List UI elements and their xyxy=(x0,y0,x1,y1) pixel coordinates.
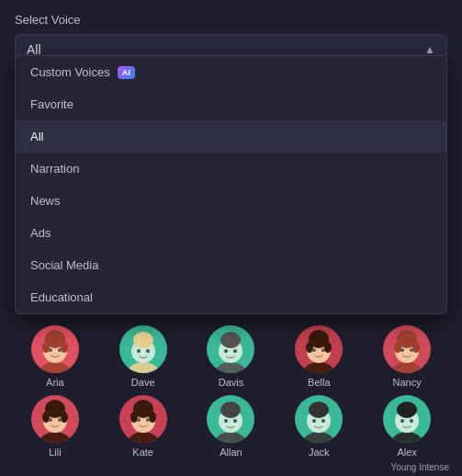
voice-grid: Aria Dave Davis Bella xyxy=(0,318,462,476)
svg-point-13 xyxy=(146,349,150,353)
voice-item-jack[interactable]: Jack xyxy=(286,395,352,458)
voice-item-nancy[interactable]: Nancy xyxy=(374,325,440,388)
svg-point-68 xyxy=(400,419,404,423)
dropdown-item-label: Social Media xyxy=(30,258,98,272)
svg-point-33 xyxy=(412,342,420,353)
dropdown-item-favorite[interactable]: Favorite xyxy=(16,88,446,120)
voice-row-1: Aria Dave Davis Bella xyxy=(11,325,451,388)
svg-point-32 xyxy=(394,342,401,353)
svg-point-55 xyxy=(220,402,241,418)
dropdown-item-all[interactable]: All xyxy=(16,120,446,153)
svg-point-48 xyxy=(130,412,138,423)
chevron-up-icon: ▲ xyxy=(424,43,435,56)
svg-point-42 xyxy=(49,418,52,422)
avatar-nancy xyxy=(383,325,431,373)
voice-item-lili[interactable]: Lili xyxy=(22,395,88,458)
voice-item-dave[interactable]: Dave xyxy=(110,325,176,388)
dropdown-item-label: News xyxy=(30,194,61,208)
dropdown-item-label: Narration xyxy=(30,162,79,176)
voice-name-allan: Allan xyxy=(220,447,242,458)
avatar-jack xyxy=(295,395,343,443)
svg-point-69 xyxy=(410,419,413,423)
svg-point-43 xyxy=(58,418,62,422)
svg-point-5 xyxy=(61,342,68,353)
svg-point-27 xyxy=(321,348,325,352)
dropdown-item-ads[interactable]: Ads xyxy=(16,217,446,249)
avatar-dave xyxy=(119,325,167,373)
svg-point-62 xyxy=(312,419,316,423)
avatar-aria xyxy=(31,325,79,373)
dropdown-item-label: Custom Voices xyxy=(30,65,110,79)
svg-point-50 xyxy=(137,418,141,422)
dropdown-item-label: Favorite xyxy=(30,97,73,111)
ai-badge: AI xyxy=(118,66,136,79)
svg-point-56 xyxy=(224,419,228,423)
voice-name-kate: Kate xyxy=(132,447,153,458)
voice-name-dave: Dave xyxy=(131,377,155,388)
svg-point-67 xyxy=(397,402,417,418)
voice-name-lili: Lili xyxy=(49,447,61,458)
voice-item-allan[interactable]: Allan xyxy=(197,395,264,458)
svg-point-61 xyxy=(309,402,329,418)
avatar-bella xyxy=(295,325,343,373)
dropdown-item-news[interactable]: News xyxy=(16,185,446,217)
avatar-alex xyxy=(383,395,431,443)
voice-row-2: Lili Kate Allan Jack xyxy=(11,395,451,458)
voice-item-bella[interactable]: Bella xyxy=(286,325,352,388)
dropdown-item-educational[interactable]: Educational xyxy=(16,281,446,313)
voice-item-kate[interactable]: Kate xyxy=(110,395,176,458)
svg-point-35 xyxy=(410,348,413,352)
avatar-allan xyxy=(207,395,254,443)
avatar-lili xyxy=(31,395,79,443)
svg-point-25 xyxy=(324,342,332,353)
svg-point-51 xyxy=(146,418,150,422)
svg-point-6 xyxy=(49,348,52,352)
dropdown-item-label: Educational xyxy=(30,290,93,304)
voice-name-alex: Alex xyxy=(397,447,416,458)
svg-point-7 xyxy=(58,348,62,352)
svg-point-4 xyxy=(42,342,50,353)
dropdown-item-label: All xyxy=(30,130,43,143)
voice-item-davis[interactable]: Davis xyxy=(197,325,264,388)
svg-point-11 xyxy=(133,332,153,348)
voice-item-alex[interactable]: Alex xyxy=(374,395,440,458)
svg-point-57 xyxy=(233,419,237,423)
voice-name-bella: Bella xyxy=(308,377,330,388)
svg-point-26 xyxy=(312,348,316,352)
svg-point-17 xyxy=(220,332,241,348)
svg-point-49 xyxy=(149,412,156,423)
voice-name-davis: Davis xyxy=(219,377,244,388)
voice-name-aria: Aria xyxy=(46,377,64,388)
svg-point-40 xyxy=(42,412,50,423)
voice-dropdown-menu: Custom VoicesAIFavoriteAllNarrationNewsA… xyxy=(15,55,447,314)
voice-name-nancy: Nancy xyxy=(392,377,421,388)
dropdown-item-narration[interactable]: Narration xyxy=(16,153,446,185)
page-container: Select Voice All ▲ Custom VoicesAIFavori… xyxy=(0,0,462,476)
dropdown-item-social-media[interactable]: Social Media xyxy=(16,249,446,281)
svg-point-19 xyxy=(233,349,237,353)
dropdown-item-custom-voices[interactable]: Custom VoicesAI xyxy=(16,56,446,88)
dropdown-item-label: Ads xyxy=(30,226,51,240)
select-voice-label: Select Voice xyxy=(0,0,462,34)
status-text: Young Intense xyxy=(390,462,449,472)
voice-name-jack: Jack xyxy=(309,447,330,458)
svg-point-24 xyxy=(306,342,313,353)
avatar-davis xyxy=(207,325,254,373)
voice-item-aria[interactable]: Aria xyxy=(22,325,88,388)
avatar-kate xyxy=(119,395,167,443)
svg-point-63 xyxy=(321,419,325,423)
svg-point-18 xyxy=(224,349,228,353)
svg-point-34 xyxy=(400,348,404,352)
svg-point-41 xyxy=(61,412,68,423)
svg-point-12 xyxy=(137,349,141,353)
